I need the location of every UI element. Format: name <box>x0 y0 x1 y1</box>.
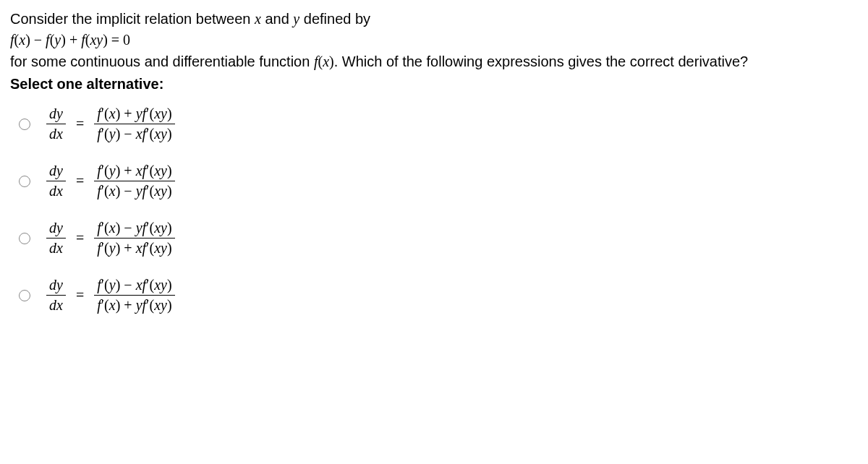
option-4[interactable]: dy dx = f′(y) − xf′(xy) f′(x) + yf′(xy) <box>19 277 858 314</box>
radio-icon[interactable] <box>19 119 30 130</box>
question-followup: for some continuous and differentiable f… <box>10 51 858 72</box>
select-prompt: Select one alternative: <box>10 76 858 93</box>
option-1[interactable]: dy dx = f′(x) + yf′(xy) f′(y) − xf′(xy) <box>19 106 858 142</box>
option-3[interactable]: dy dx = f′(x) − yf′(xy) f′(y) + xf′(xy) <box>19 220 858 257</box>
options-list: dy dx = f′(x) + yf′(xy) f′(y) − xf′(xy) … <box>10 106 858 314</box>
option-2[interactable]: dy dx = f′(y) + xf′(xy) f′(x) − yf′(xy) <box>19 163 858 199</box>
option-2-math: dy dx = f′(y) + xf′(xy) f′(x) − yf′(xy) <box>46 163 175 199</box>
option-3-math: dy dx = f′(x) − yf′(xy) f′(y) + xf′(xy) <box>46 220 175 257</box>
radio-icon[interactable] <box>19 290 30 301</box>
option-4-math: dy dx = f′(y) − xf′(xy) f′(x) + yf′(xy) <box>46 277 175 314</box>
question-equation: f(x) − f(y) + f(xy) = 0 <box>10 32 858 48</box>
question-intro: Consider the implicit relation between x… <box>10 9 858 29</box>
radio-icon[interactable] <box>19 176 30 187</box>
option-1-math: dy dx = f′(x) + yf′(xy) f′(y) − xf′(xy) <box>46 106 175 142</box>
radio-icon[interactable] <box>19 233 30 244</box>
